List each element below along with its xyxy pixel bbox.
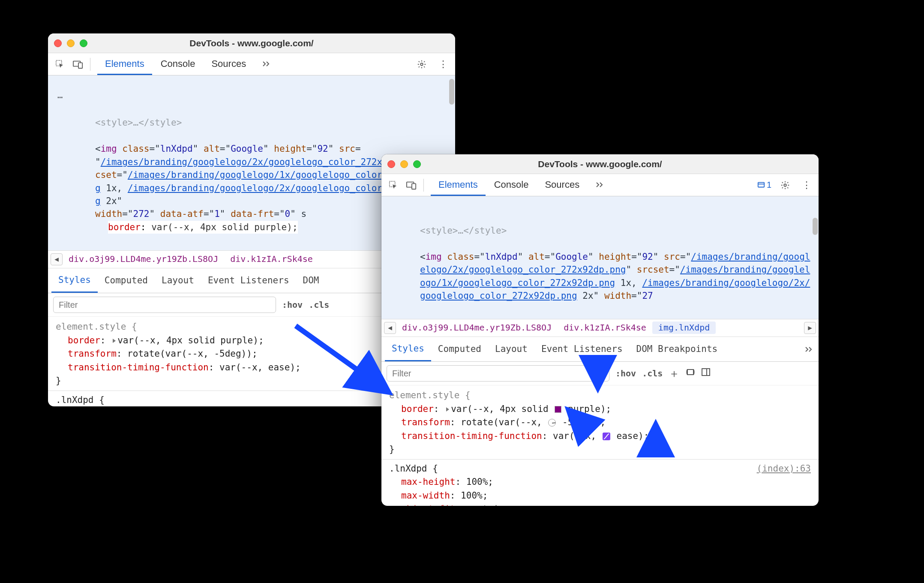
minimize-traffic[interactable] bbox=[67, 39, 75, 47]
more-tabs-chevrons-icon[interactable] bbox=[588, 174, 614, 196]
expand-shorthand-icon[interactable] bbox=[446, 407, 449, 412]
css-val[interactable]: var(--x, 4px solid purple); bbox=[117, 335, 264, 346]
css-val[interactable]: contain; bbox=[466, 504, 510, 506]
tab-elements[interactable]: Elements bbox=[97, 53, 152, 75]
cls-toggle[interactable]: .cls bbox=[642, 367, 663, 380]
css-prop[interactable]: border bbox=[401, 404, 434, 414]
css-prop[interactable]: max-width bbox=[401, 490, 450, 501]
tab-sources[interactable]: Sources bbox=[537, 174, 587, 196]
zoom-traffic[interactable] bbox=[80, 39, 87, 47]
styles-pane[interactable]: element.style { border: var(--x, 4px sol… bbox=[381, 385, 819, 506]
more-subtabs-icon[interactable] bbox=[805, 346, 815, 352]
rule-selector: .lnXdpd {(index):63 bbox=[389, 462, 811, 476]
css-val[interactable]: 100%; bbox=[461, 490, 488, 501]
closed-style-tag: <style>…</style> bbox=[420, 225, 507, 236]
new-rule-icon[interactable]: ＋ bbox=[669, 366, 680, 382]
svg-rect-6 bbox=[412, 183, 416, 189]
rule-close: } bbox=[389, 443, 811, 457]
subtab-event-listeners[interactable]: Event Listeners bbox=[534, 337, 630, 361]
subtab-layout[interactable]: Layout bbox=[155, 269, 201, 292]
css-val[interactable]: rotate(var(--x, -5deg)); bbox=[127, 349, 257, 359]
close-traffic[interactable] bbox=[54, 39, 62, 47]
svg-point-8 bbox=[784, 184, 786, 186]
src-link[interactable]: /images/branding/googlelogo/2x/googlelog… bbox=[101, 157, 426, 167]
img-tag: img bbox=[101, 144, 117, 154]
tab-console[interactable]: Console bbox=[486, 174, 537, 196]
tab-sources[interactable]: Sources bbox=[204, 53, 254, 75]
subtab-computed[interactable]: Computed bbox=[431, 337, 488, 361]
color-swatch-icon[interactable] bbox=[555, 406, 561, 413]
breadcrumb-next-icon[interactable]: ▶ bbox=[804, 322, 816, 334]
computed-sidebar-icon[interactable] bbox=[701, 367, 711, 380]
zoom-traffic[interactable] bbox=[413, 160, 421, 168]
breadcrumb-prev-icon[interactable]: ◀ bbox=[51, 253, 63, 265]
rule-selector: element.style { bbox=[389, 389, 811, 403]
css-prop[interactable]: max-height bbox=[401, 477, 455, 487]
styles-tabstrip: Styles Computed Layout Event Listeners D… bbox=[381, 337, 819, 362]
panel-tabs: Elements Console Sources bbox=[431, 174, 614, 196]
titlebar: DevTools - www.google.com/ bbox=[48, 33, 455, 53]
svg-rect-7 bbox=[758, 182, 764, 187]
breadcrumb-item[interactable]: div.o3j99.LLD4me.yr19Zb.LS8OJ bbox=[63, 253, 224, 265]
hov-toggle[interactable]: :hov bbox=[282, 299, 303, 311]
hov-toggle[interactable]: :hov bbox=[615, 367, 636, 380]
settings-gear-icon[interactable] bbox=[414, 57, 429, 72]
breadcrumb: ◀ div.o3j99.LLD4me.yr19Zb.LS8OJ div.k1zI… bbox=[381, 319, 819, 337]
kebab-menu-icon[interactable]: ⋮ bbox=[435, 57, 451, 72]
breadcrumb-item[interactable]: div.k1zIA.rSk4se bbox=[224, 253, 319, 265]
subtab-styles[interactable]: Styles bbox=[51, 268, 98, 293]
subtab-dom-breakpoints[interactable]: DOM bbox=[296, 269, 326, 292]
css-val[interactable]: var(--x, 4px solid purple); bbox=[451, 404, 611, 414]
tab-console[interactable]: Console bbox=[153, 53, 203, 75]
subtab-event-listeners[interactable]: Event Listeners bbox=[201, 269, 296, 292]
css-prop[interactable]: transition-timing-function bbox=[401, 431, 542, 441]
angle-swatch-icon[interactable] bbox=[548, 419, 556, 427]
css-val[interactable]: 100%; bbox=[466, 477, 493, 487]
breadcrumb-item[interactable]: div.o3j99.LLD4me.yr19Zb.LS8OJ bbox=[396, 322, 558, 334]
dom-tree[interactable]: <style>…</style> <img class="lnXdpd" alt… bbox=[381, 196, 819, 319]
subtab-layout[interactable]: Layout bbox=[488, 337, 534, 361]
css-prop[interactable]: transition-timing-function bbox=[68, 362, 209, 373]
inspect-icon[interactable] bbox=[52, 57, 68, 72]
css-prop[interactable]: transform bbox=[68, 349, 117, 359]
traffic-lights bbox=[54, 39, 87, 47]
breadcrumb-item-selected[interactable]: img.lnXdpd bbox=[652, 322, 716, 334]
issues-count: 1 bbox=[767, 180, 771, 190]
scrollbar-thumb[interactable] bbox=[449, 79, 454, 105]
subtab-computed[interactable]: Computed bbox=[98, 269, 155, 292]
subtab-dom-breakpoints[interactable]: DOM Breakpoints bbox=[630, 337, 725, 361]
panel-tabs: Elements Console Sources bbox=[97, 53, 280, 75]
css-val[interactable]: var(--x, ease); bbox=[219, 362, 301, 373]
styles-filter-input[interactable] bbox=[53, 297, 276, 313]
collapsed-siblings-icon[interactable]: ⋯ bbox=[54, 91, 66, 104]
flexbox-overlay-icon[interactable] bbox=[686, 367, 695, 380]
css-val[interactable]: rotate(var(--x, -5deg)); bbox=[461, 417, 606, 427]
css-prop[interactable]: transform bbox=[401, 417, 450, 427]
tab-elements[interactable]: Elements bbox=[431, 174, 486, 196]
css-prop[interactable]: object-fit bbox=[401, 504, 455, 506]
separator bbox=[90, 58, 90, 71]
easing-swatch-icon[interactable] bbox=[603, 433, 610, 440]
settings-gear-icon[interactable] bbox=[777, 177, 793, 193]
source-link[interactable]: (index):63 bbox=[757, 462, 811, 476]
breadcrumb-prev-icon[interactable]: ◀ bbox=[384, 322, 396, 334]
svg-rect-2 bbox=[78, 63, 82, 68]
issues-badge[interactable]: 1 bbox=[757, 180, 771, 190]
device-toggle-icon[interactable] bbox=[70, 57, 86, 72]
inspect-icon[interactable] bbox=[386, 177, 401, 193]
more-tabs-chevrons-icon[interactable] bbox=[255, 53, 280, 75]
minimize-traffic[interactable] bbox=[400, 160, 408, 168]
cls-toggle[interactable]: .cls bbox=[309, 299, 329, 311]
breadcrumb-item[interactable]: div.k1zIA.rSk4se bbox=[558, 322, 652, 334]
expand-shorthand-icon[interactable] bbox=[113, 339, 116, 343]
subtab-styles[interactable]: Styles bbox=[385, 337, 431, 361]
css-val[interactable]: var(--x, ease); bbox=[553, 431, 649, 441]
titlebar: DevTools - www.google.com/ bbox=[381, 154, 819, 174]
device-toggle-icon[interactable] bbox=[404, 177, 419, 193]
styles-filter-input[interactable] bbox=[387, 365, 609, 382]
scrollbar-thumb[interactable] bbox=[813, 218, 818, 235]
kebab-menu-icon[interactable]: ⋮ bbox=[799, 177, 814, 193]
css-prop[interactable]: border bbox=[68, 335, 100, 346]
inline-style-preview: border: var(--x, 4px solid purple); bbox=[108, 221, 298, 234]
close-traffic[interactable] bbox=[387, 160, 395, 168]
